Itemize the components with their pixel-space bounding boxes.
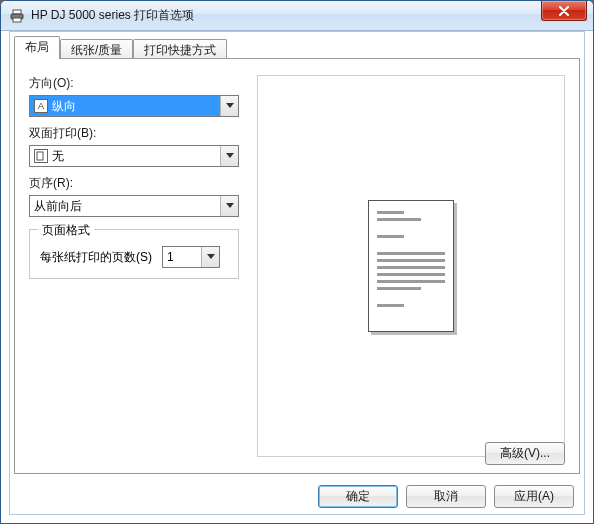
duplex-label: 双面打印(B): — [29, 125, 239, 142]
pageformat-group: 页面格式 每张纸打印的页数(S) 1 — [29, 229, 239, 279]
advanced-button[interactable]: 高级(V)... — [485, 442, 565, 465]
dialog-buttons: 确定 取消 应用(A) — [318, 485, 574, 508]
page-preview — [257, 75, 565, 457]
duplex-value-row: 无 — [30, 146, 220, 166]
pageorder-select[interactable]: 从前向后 — [29, 195, 239, 217]
pageformat-legend: 页面格式 — [38, 222, 94, 239]
orientation-select[interactable]: A 纵向 — [29, 95, 239, 117]
dropdown-arrow[interactable] — [220, 146, 238, 166]
pageorder-group: 页序(R): 从前向后 — [29, 175, 239, 217]
tab-label: 布局 — [25, 40, 49, 54]
cancel-button-label: 取消 — [434, 488, 458, 505]
pageorder-value-row: 从前向后 — [30, 196, 220, 216]
layout-controls: 方向(O): A 纵向 双面打印(B): — [29, 75, 239, 457]
orientation-value-row: A 纵向 — [30, 96, 220, 116]
close-icon — [558, 6, 570, 16]
chevron-down-icon — [226, 103, 234, 109]
pageorder-label: 页序(R): — [29, 175, 239, 192]
dropdown-arrow[interactable] — [220, 96, 238, 116]
printer-icon — [9, 8, 25, 24]
duplex-value: 无 — [52, 148, 64, 165]
dialog-window: HP DJ 5000 series 打印首选项 布局 纸张/质量 打印快捷方式 … — [0, 0, 594, 524]
chevron-down-icon — [207, 254, 215, 260]
tab-layout[interactable]: 布局 — [14, 36, 60, 59]
orientation-group: 方向(O): A 纵向 — [29, 75, 239, 117]
dropdown-arrow[interactable] — [201, 247, 219, 267]
chevron-down-icon — [226, 153, 234, 159]
apply-button-label: 应用(A) — [514, 488, 554, 505]
pages-per-sheet-value: 1 — [167, 250, 174, 264]
svg-rect-0 — [13, 10, 21, 14]
client-area: 布局 纸张/质量 打印快捷方式 方向(O): A 纵向 — [9, 31, 585, 515]
ok-button[interactable]: 确定 — [318, 485, 398, 508]
duplex-select[interactable]: 无 — [29, 145, 239, 167]
cancel-button[interactable]: 取消 — [406, 485, 486, 508]
duplex-group: 双面打印(B): 无 — [29, 125, 239, 167]
svg-rect-2 — [13, 18, 21, 22]
pps-value-row: 1 — [163, 247, 201, 267]
dropdown-arrow[interactable] — [220, 196, 238, 216]
pages-per-sheet-select[interactable]: 1 — [162, 246, 220, 268]
tab-paper-quality[interactable]: 纸张/质量 — [60, 39, 133, 59]
svg-rect-3 — [37, 152, 43, 160]
orientation-label: 方向(O): — [29, 75, 239, 92]
tab-underline — [14, 58, 580, 59]
tab-label: 打印快捷方式 — [144, 43, 216, 57]
preview-page-icon — [368, 200, 454, 332]
layout-panel: 方向(O): A 纵向 双面打印(B): — [14, 59, 580, 474]
ok-button-label: 确定 — [346, 488, 370, 505]
tabstrip: 布局 纸张/质量 打印快捷方式 — [10, 32, 584, 59]
tab-shortcuts[interactable]: 打印快捷方式 — [133, 39, 227, 59]
titlebar: HP DJ 5000 series 打印首选项 — [1, 1, 593, 31]
duplex-none-icon — [34, 149, 48, 163]
portrait-icon: A — [34, 99, 48, 113]
pages-per-sheet-row: 每张纸打印的页数(S) 1 — [40, 246, 228, 268]
pageorder-value: 从前向后 — [34, 198, 82, 215]
window-title: HP DJ 5000 series 打印首选项 — [31, 7, 593, 24]
chevron-down-icon — [226, 203, 234, 209]
tab-label: 纸张/质量 — [71, 43, 122, 57]
close-button[interactable] — [541, 1, 587, 21]
pages-per-sheet-label: 每张纸打印的页数(S) — [40, 249, 152, 266]
orientation-value: 纵向 — [52, 98, 76, 115]
advanced-row: 高级(V)... — [485, 442, 565, 465]
apply-button[interactable]: 应用(A) — [494, 485, 574, 508]
advanced-button-label: 高级(V)... — [500, 445, 550, 462]
